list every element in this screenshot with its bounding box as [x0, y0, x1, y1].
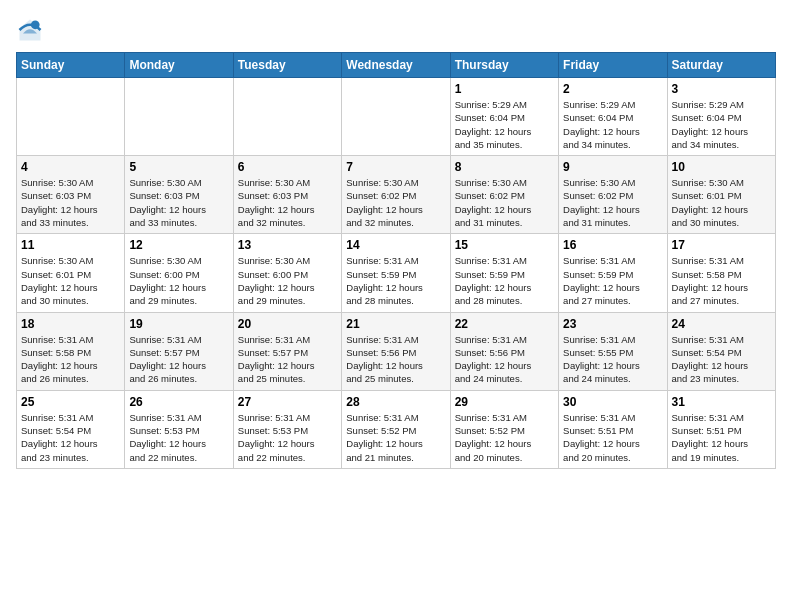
- day-info: Sunrise: 5:30 AM Sunset: 6:03 PM Dayligh…: [129, 176, 228, 229]
- day-header-saturday: Saturday: [667, 53, 775, 78]
- calendar-cell: 18Sunrise: 5:31 AM Sunset: 5:58 PM Dayli…: [17, 312, 125, 390]
- day-number: 20: [238, 317, 337, 331]
- calendar-cell: 9Sunrise: 5:30 AM Sunset: 6:02 PM Daylig…: [559, 156, 667, 234]
- day-number: 28: [346, 395, 445, 409]
- calendar-cell: 1Sunrise: 5:29 AM Sunset: 6:04 PM Daylig…: [450, 78, 558, 156]
- calendar-cell: 11Sunrise: 5:30 AM Sunset: 6:01 PM Dayli…: [17, 234, 125, 312]
- calendar-cell: 16Sunrise: 5:31 AM Sunset: 5:59 PM Dayli…: [559, 234, 667, 312]
- day-info: Sunrise: 5:31 AM Sunset: 5:55 PM Dayligh…: [563, 333, 662, 386]
- day-number: 15: [455, 238, 554, 252]
- day-info: Sunrise: 5:30 AM Sunset: 6:01 PM Dayligh…: [672, 176, 771, 229]
- day-number: 14: [346, 238, 445, 252]
- day-number: 23: [563, 317, 662, 331]
- day-number: 1: [455, 82, 554, 96]
- day-number: 5: [129, 160, 228, 174]
- week-row-1: 1Sunrise: 5:29 AM Sunset: 6:04 PM Daylig…: [17, 78, 776, 156]
- calendar-cell: 24Sunrise: 5:31 AM Sunset: 5:54 PM Dayli…: [667, 312, 775, 390]
- calendar-cell: 2Sunrise: 5:29 AM Sunset: 6:04 PM Daylig…: [559, 78, 667, 156]
- day-info: Sunrise: 5:31 AM Sunset: 5:56 PM Dayligh…: [346, 333, 445, 386]
- logo-icon: [16, 16, 44, 44]
- day-info: Sunrise: 5:31 AM Sunset: 5:57 PM Dayligh…: [129, 333, 228, 386]
- day-info: Sunrise: 5:30 AM Sunset: 6:02 PM Dayligh…: [563, 176, 662, 229]
- day-number: 2: [563, 82, 662, 96]
- day-info: Sunrise: 5:30 AM Sunset: 6:02 PM Dayligh…: [346, 176, 445, 229]
- day-info: Sunrise: 5:31 AM Sunset: 5:54 PM Dayligh…: [21, 411, 120, 464]
- day-info: Sunrise: 5:30 AM Sunset: 6:00 PM Dayligh…: [129, 254, 228, 307]
- calendar-body: 1Sunrise: 5:29 AM Sunset: 6:04 PM Daylig…: [17, 78, 776, 469]
- day-number: 8: [455, 160, 554, 174]
- calendar-cell: [233, 78, 341, 156]
- calendar-cell: 4Sunrise: 5:30 AM Sunset: 6:03 PM Daylig…: [17, 156, 125, 234]
- day-info: Sunrise: 5:31 AM Sunset: 5:53 PM Dayligh…: [238, 411, 337, 464]
- day-number: 24: [672, 317, 771, 331]
- day-info: Sunrise: 5:31 AM Sunset: 5:59 PM Dayligh…: [346, 254, 445, 307]
- calendar-cell: 19Sunrise: 5:31 AM Sunset: 5:57 PM Dayli…: [125, 312, 233, 390]
- day-number: 3: [672, 82, 771, 96]
- day-info: Sunrise: 5:31 AM Sunset: 5:59 PM Dayligh…: [563, 254, 662, 307]
- day-info: Sunrise: 5:31 AM Sunset: 5:58 PM Dayligh…: [672, 254, 771, 307]
- day-info: Sunrise: 5:31 AM Sunset: 5:56 PM Dayligh…: [455, 333, 554, 386]
- day-info: Sunrise: 5:31 AM Sunset: 5:59 PM Dayligh…: [455, 254, 554, 307]
- day-header-tuesday: Tuesday: [233, 53, 341, 78]
- day-number: 10: [672, 160, 771, 174]
- day-number: 18: [21, 317, 120, 331]
- day-info: Sunrise: 5:29 AM Sunset: 6:04 PM Dayligh…: [563, 98, 662, 151]
- day-number: 12: [129, 238, 228, 252]
- calendar-table: SundayMondayTuesdayWednesdayThursdayFrid…: [16, 52, 776, 469]
- calendar-cell: [342, 78, 450, 156]
- calendar-cell: 27Sunrise: 5:31 AM Sunset: 5:53 PM Dayli…: [233, 390, 341, 468]
- day-number: 27: [238, 395, 337, 409]
- calendar-cell: 10Sunrise: 5:30 AM Sunset: 6:01 PM Dayli…: [667, 156, 775, 234]
- calendar-cell: 31Sunrise: 5:31 AM Sunset: 5:51 PM Dayli…: [667, 390, 775, 468]
- calendar-cell: 28Sunrise: 5:31 AM Sunset: 5:52 PM Dayli…: [342, 390, 450, 468]
- day-info: Sunrise: 5:31 AM Sunset: 5:52 PM Dayligh…: [455, 411, 554, 464]
- calendar-cell: 29Sunrise: 5:31 AM Sunset: 5:52 PM Dayli…: [450, 390, 558, 468]
- svg-point-2: [31, 20, 40, 29]
- week-row-2: 4Sunrise: 5:30 AM Sunset: 6:03 PM Daylig…: [17, 156, 776, 234]
- calendar-cell: 13Sunrise: 5:30 AM Sunset: 6:00 PM Dayli…: [233, 234, 341, 312]
- week-row-4: 18Sunrise: 5:31 AM Sunset: 5:58 PM Dayli…: [17, 312, 776, 390]
- day-info: Sunrise: 5:30 AM Sunset: 6:00 PM Dayligh…: [238, 254, 337, 307]
- day-header-thursday: Thursday: [450, 53, 558, 78]
- day-number: 17: [672, 238, 771, 252]
- calendar-cell: 8Sunrise: 5:30 AM Sunset: 6:02 PM Daylig…: [450, 156, 558, 234]
- day-number: 4: [21, 160, 120, 174]
- day-number: 30: [563, 395, 662, 409]
- day-number: 19: [129, 317, 228, 331]
- day-number: 21: [346, 317, 445, 331]
- calendar-cell: 5Sunrise: 5:30 AM Sunset: 6:03 PM Daylig…: [125, 156, 233, 234]
- calendar-cell: 7Sunrise: 5:30 AM Sunset: 6:02 PM Daylig…: [342, 156, 450, 234]
- calendar-cell: 15Sunrise: 5:31 AM Sunset: 5:59 PM Dayli…: [450, 234, 558, 312]
- day-number: 22: [455, 317, 554, 331]
- week-row-3: 11Sunrise: 5:30 AM Sunset: 6:01 PM Dayli…: [17, 234, 776, 312]
- day-info: Sunrise: 5:29 AM Sunset: 6:04 PM Dayligh…: [672, 98, 771, 151]
- day-number: 16: [563, 238, 662, 252]
- day-number: 31: [672, 395, 771, 409]
- calendar-cell: [17, 78, 125, 156]
- day-info: Sunrise: 5:31 AM Sunset: 5:58 PM Dayligh…: [21, 333, 120, 386]
- page-header: [16, 16, 776, 44]
- calendar-cell: [125, 78, 233, 156]
- calendar-cell: 21Sunrise: 5:31 AM Sunset: 5:56 PM Dayli…: [342, 312, 450, 390]
- day-number: 29: [455, 395, 554, 409]
- day-header-monday: Monday: [125, 53, 233, 78]
- logo: [16, 16, 48, 44]
- day-number: 11: [21, 238, 120, 252]
- calendar-cell: 14Sunrise: 5:31 AM Sunset: 5:59 PM Dayli…: [342, 234, 450, 312]
- day-header-sunday: Sunday: [17, 53, 125, 78]
- day-info: Sunrise: 5:31 AM Sunset: 5:53 PM Dayligh…: [129, 411, 228, 464]
- calendar-cell: 12Sunrise: 5:30 AM Sunset: 6:00 PM Dayli…: [125, 234, 233, 312]
- calendar-cell: 17Sunrise: 5:31 AM Sunset: 5:58 PM Dayli…: [667, 234, 775, 312]
- day-info: Sunrise: 5:30 AM Sunset: 6:03 PM Dayligh…: [238, 176, 337, 229]
- day-number: 25: [21, 395, 120, 409]
- calendar-cell: 30Sunrise: 5:31 AM Sunset: 5:51 PM Dayli…: [559, 390, 667, 468]
- day-info: Sunrise: 5:31 AM Sunset: 5:51 PM Dayligh…: [672, 411, 771, 464]
- calendar-cell: 22Sunrise: 5:31 AM Sunset: 5:56 PM Dayli…: [450, 312, 558, 390]
- calendar-cell: 6Sunrise: 5:30 AM Sunset: 6:03 PM Daylig…: [233, 156, 341, 234]
- calendar-cell: 25Sunrise: 5:31 AM Sunset: 5:54 PM Dayli…: [17, 390, 125, 468]
- day-info: Sunrise: 5:31 AM Sunset: 5:57 PM Dayligh…: [238, 333, 337, 386]
- calendar-cell: 20Sunrise: 5:31 AM Sunset: 5:57 PM Dayli…: [233, 312, 341, 390]
- day-info: Sunrise: 5:30 AM Sunset: 6:02 PM Dayligh…: [455, 176, 554, 229]
- week-row-5: 25Sunrise: 5:31 AM Sunset: 5:54 PM Dayli…: [17, 390, 776, 468]
- calendar-cell: 23Sunrise: 5:31 AM Sunset: 5:55 PM Dayli…: [559, 312, 667, 390]
